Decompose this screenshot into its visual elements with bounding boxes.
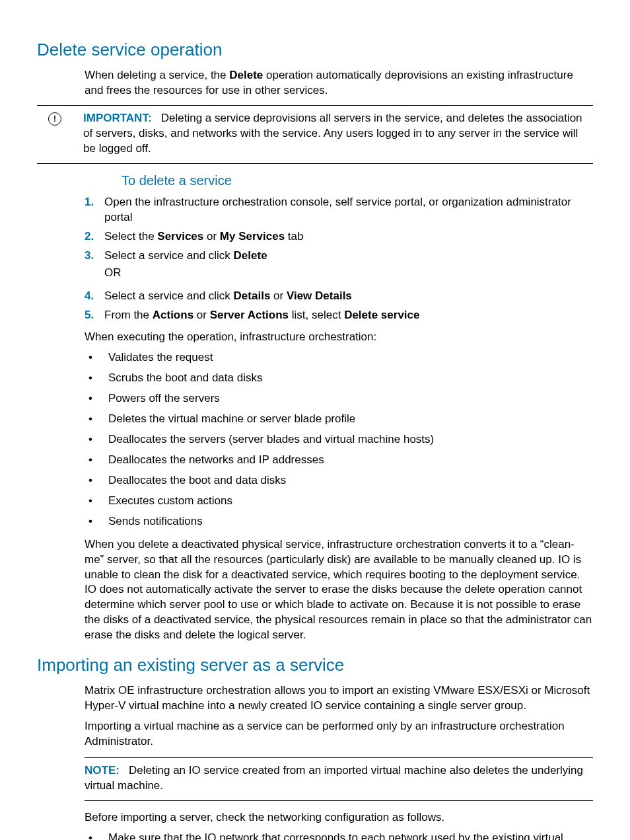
text: or — [203, 230, 220, 243]
text: Deallocates the boot and data disks — [108, 473, 593, 488]
note-label: NOTE: — [85, 764, 120, 777]
list-item: Deallocates the networks and IP addresse… — [85, 453, 593, 468]
important-label: IMPORTANT: — [83, 112, 152, 124]
or-text: OR — [104, 266, 593, 281]
steps-list: 1. Open the infrastructure orchestration… — [85, 195, 593, 324]
step-1: 1. Open the infrastructure orchestration… — [85, 195, 593, 225]
exec-paragraph: When executing the operation, infrastruc… — [85, 330, 593, 345]
important-icon: ! — [48, 112, 61, 126]
text: Sends notifications — [108, 514, 593, 529]
note-callout: NOTE: Deleting an IO service created fro… — [85, 757, 593, 801]
step-text: Open the infrastructure orchestration co… — [104, 195, 593, 225]
text: tab — [285, 230, 303, 243]
step-5: 5. From the Actions or Server Actions li… — [85, 308, 593, 323]
text: From the — [104, 309, 153, 321]
text: Deallocates the servers (server blades a… — [108, 432, 593, 447]
intro-paragraph: When deleting a service, the Delete oper… — [85, 68, 593, 98]
bold-actions: Actions — [153, 309, 193, 321]
step-3: 3. Select a service and click Delete OR — [85, 248, 593, 286]
text: Deleting a service deprovisions all serv… — [83, 112, 582, 155]
text: Validates the request — [108, 350, 593, 365]
text: Select the — [104, 230, 157, 243]
text: Deleting an IO service created from an i… — [85, 764, 583, 792]
list-item: Deallocates the boot and data disks — [85, 473, 593, 488]
step-2: 2. Select the Services or My Services ta… — [85, 229, 593, 245]
text: or — [193, 309, 210, 321]
list-item: Powers off the servers — [85, 391, 593, 406]
text: Make sure that the IO network that corre… — [108, 831, 593, 840]
section-heading-importing: Importing an existing server as a servic… — [37, 655, 593, 675]
step-4: 4. Select a service and click Details or… — [85, 289, 593, 304]
exec-bullets: Validates the request Scrubs the boot an… — [85, 350, 593, 529]
bold-delete: Delete — [234, 249, 267, 262]
bold-server-actions: Server Actions — [210, 309, 289, 321]
list-item: Sends notifications — [85, 514, 593, 529]
section-heading-delete-service: Delete service operation — [37, 40, 593, 60]
important-callout: ! IMPORTANT: Deleting a service deprovis… — [37, 105, 593, 164]
list-item: Deletes the virtual machine or server bl… — [85, 412, 593, 427]
clean-me-paragraph: When you delete a deactivated physical s… — [85, 537, 593, 644]
important-text: IMPORTANT: Deleting a service deprovisio… — [83, 111, 593, 157]
bold-view-details: View Details — [287, 289, 352, 302]
before-paragraph: Before importing a server, check the net… — [85, 810, 593, 825]
callout-icon-col: ! — [37, 111, 73, 126]
bold-delete-service: Delete service — [344, 309, 419, 321]
text: Select a service and click — [104, 289, 234, 302]
text: Deallocates the networks and IP addresse… — [108, 453, 593, 468]
list-item: Executes custom actions — [85, 494, 593, 509]
text: or — [270, 289, 287, 302]
bold-delete: Delete — [229, 69, 263, 81]
list-item: Deallocates the servers (server blades a… — [85, 432, 593, 447]
text: Select a service and click — [104, 249, 234, 262]
bold-services: Services — [157, 230, 203, 243]
text: When deleting a service, the — [85, 69, 229, 81]
bold-details: Details — [234, 289, 271, 302]
text: Deletes the virtual machine or server bl… — [108, 412, 593, 427]
text: list, select — [289, 309, 344, 321]
network-bullets: Make sure that the IO network that corre… — [85, 831, 593, 840]
page: Delete service operation When deleting a… — [0, 0, 630, 840]
text: Scrubs the boot and data disks — [108, 371, 593, 386]
text: Powers off the servers — [108, 391, 593, 406]
procedure-heading: To delete a service — [122, 173, 593, 188]
bold-my-services: My Services — [220, 230, 285, 243]
import-paragraph-1: Matrix OE infrastructure orchestration a… — [85, 683, 593, 714]
list-item: Validates the request — [85, 350, 593, 365]
list-item: Make sure that the IO network that corre… — [85, 831, 593, 840]
list-item: Scrubs the boot and data disks — [85, 371, 593, 386]
import-paragraph-2: Importing a virtual machine as a service… — [85, 719, 593, 749]
text: Executes custom actions — [108, 494, 593, 509]
